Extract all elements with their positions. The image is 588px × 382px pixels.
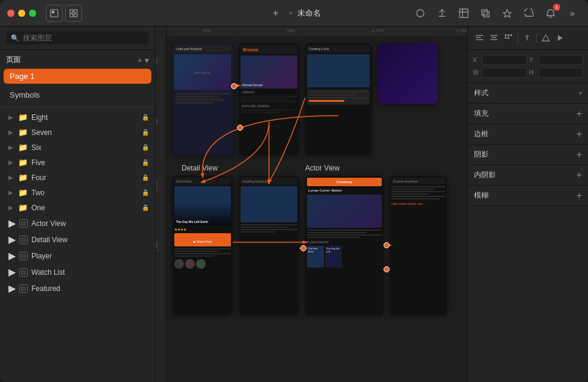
- search-input[interactable]: [23, 34, 144, 42]
- notification-button[interactable]: 1: [542, 5, 559, 22]
- layer-label: Seven: [31, 128, 138, 137]
- add-page-button[interactable]: +: [138, 55, 142, 65]
- sidebar: 🔍 页面 + ▾ Page 1 Symbols ▶ 📁 Eight 🔒: [0, 27, 156, 382]
- layer-page-detail-view[interactable]: ▶ ⊡ Detail View: [0, 231, 155, 248]
- add-border-button[interactable]: +: [577, 130, 582, 139]
- grid-layout-button[interactable]: [502, 31, 515, 45]
- folder-icon: 📁: [18, 203, 28, 212]
- transform-button[interactable]: [455, 5, 472, 22]
- proto-dot-5[interactable]: [384, 266, 390, 272]
- screen-links-hotspots: Links and Hotspots Don't Look Up: [172, 43, 233, 155]
- fill-label: 填充: [474, 108, 488, 119]
- folder-icon: 📁: [18, 143, 28, 152]
- layer-label: Four: [31, 174, 138, 182]
- proto-dot-2[interactable]: [237, 125, 243, 131]
- folder-icon: 📁: [18, 113, 28, 122]
- style-section-header[interactable]: 样式 ▾: [468, 83, 588, 103]
- add-fill-button[interactable]: +: [577, 109, 582, 119]
- layer-list: ▶ 📁 Eight 🔒 ▶ 📁 Seven 🔒 ▶ 📁 Six 🔒 ▶ 📁 F: [0, 110, 155, 382]
- lock-icon: 🔒: [142, 144, 149, 151]
- ruler-mark-v-980: 980: [156, 118, 159, 125]
- close-button[interactable]: [7, 10, 14, 17]
- layer-label: Five: [31, 158, 138, 167]
- folder-icon: 📁: [18, 158, 28, 167]
- y-coord-field: Y: [530, 55, 584, 65]
- expand-icon: ▶: [8, 159, 14, 166]
- text-align-button[interactable]: T: [520, 31, 534, 45]
- layer-group-six[interactable]: ▶ 📁 Six 🔒: [0, 140, 155, 155]
- crop-button[interactable]: [477, 5, 494, 22]
- star-button[interactable]: [499, 5, 516, 22]
- expand-icon: ▶: [8, 218, 16, 229]
- search-bar: 🔍: [0, 27, 155, 50]
- svg-rect-12: [476, 35, 483, 36]
- style-section: 样式 ▾: [468, 83, 588, 104]
- h-input[interactable]: [539, 67, 583, 78]
- add-inner-shadow-button[interactable]: +: [577, 171, 582, 180]
- layer-page-player[interactable]: ▶ ⊡ Player: [0, 248, 155, 264]
- add-blur-button[interactable]: +: [577, 191, 582, 201]
- lock-icon: 🔒: [142, 189, 149, 196]
- add-shadow-button[interactable]: +: [577, 150, 582, 160]
- layer-label: Two: [31, 189, 138, 197]
- titlebar-center: + ▾ 未命名: [267, 5, 321, 22]
- align-center-button[interactable]: [487, 31, 501, 45]
- expand-pages-button[interactable]: ▾: [145, 55, 149, 65]
- shadow-label: 阴影: [474, 149, 488, 160]
- shadow-section-header[interactable]: 阴影 +: [468, 145, 588, 164]
- upload-button[interactable]: [434, 5, 450, 22]
- frame-toggle-button[interactable]: [46, 5, 63, 22]
- y-input[interactable]: [539, 55, 583, 65]
- sidebar-divider: [0, 107, 155, 107]
- layer-group-seven[interactable]: ▶ 📁 Seven 🔒: [0, 125, 155, 140]
- svg-point-6: [417, 10, 424, 17]
- toolbar-separator: [517, 33, 518, 43]
- circle-tool-button[interactable]: [412, 5, 429, 22]
- artboard-icon: ⊡: [19, 236, 28, 244]
- proto-dot-1[interactable]: [231, 83, 237, 89]
- inner-shadow-section-header[interactable]: 内阴影 +: [468, 165, 588, 185]
- play-button[interactable]: [554, 31, 567, 45]
- layer-group-one[interactable]: ▶ 📁 One 🔒: [0, 200, 155, 215]
- layer-label: Detail View: [31, 236, 149, 244]
- ruler-mark-980: 980: [287, 28, 295, 33]
- align-left-button[interactable]: [473, 31, 486, 45]
- maximize-button[interactable]: [29, 10, 36, 17]
- layer-page-watch-list[interactable]: ▶ ⊡ Watch List: [0, 264, 155, 280]
- proto-dot-4[interactable]: [384, 242, 390, 248]
- border-section-header[interactable]: 边框 +: [468, 124, 588, 144]
- canvas-scrollable[interactable]: Links and Hotspots Don't Look Up: [166, 37, 467, 382]
- layer-group-five[interactable]: ▶ 📁 Five 🔒: [0, 155, 155, 170]
- detail-view-label: Detail View: [182, 164, 218, 172]
- search-icon: 🔍: [11, 34, 19, 42]
- layer-group-eight[interactable]: ▶ 📁 Eight 🔒: [0, 110, 155, 125]
- design-panel: T X Y W H: [467, 27, 588, 382]
- layer-label: Eight: [31, 113, 138, 122]
- layer-group-four[interactable]: ▶ 📁 Four 🔒: [0, 170, 155, 185]
- svg-rect-5: [74, 14, 77, 17]
- screen-lynae-view: Continue Lynae Carter Walter FILMOGRAPHY: [305, 176, 384, 315]
- fill-section-header[interactable]: 填充 +: [468, 104, 588, 124]
- proto-dot-3[interactable]: [300, 245, 306, 251]
- symbols-item[interactable]: Symbols: [4, 86, 151, 103]
- minimize-button[interactable]: [18, 10, 25, 17]
- page1-item[interactable]: Page 1: [4, 69, 151, 84]
- pages-label: 页面: [6, 55, 21, 65]
- x-input[interactable]: [482, 55, 526, 65]
- lock-icon: 🔒: [142, 114, 149, 121]
- triangle-tool-button[interactable]: [539, 31, 552, 45]
- artboard-icon: ⊡: [19, 252, 28, 260]
- add-button[interactable]: +: [267, 5, 284, 22]
- expand-icon: ▶: [8, 204, 14, 211]
- layer-page-actor-view[interactable]: ▶ ⊡ Actor View: [0, 215, 155, 231]
- layer-page-featured[interactable]: ▶ ⊡ Featured: [0, 280, 155, 296]
- cloud-button[interactable]: [520, 5, 537, 22]
- folder-icon: 📁: [18, 173, 28, 182]
- more-button[interactable]: »: [564, 5, 581, 22]
- layer-group-two[interactable]: ▶ 📁 Two 🔒: [0, 185, 155, 200]
- grid-view-button[interactable]: [65, 5, 82, 22]
- svg-marker-10: [504, 10, 511, 17]
- blur-section-header[interactable]: 模糊 +: [468, 186, 588, 205]
- svg-rect-19: [508, 34, 510, 36]
- w-input[interactable]: [482, 67, 526, 78]
